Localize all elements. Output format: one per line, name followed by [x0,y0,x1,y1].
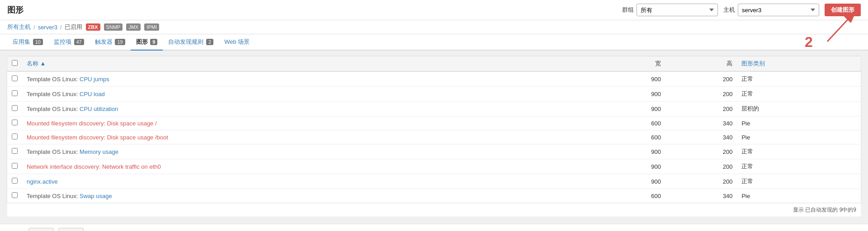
cell-type: 层积的 [737,102,861,116]
row-checkbox[interactable] [12,120,18,125]
row-checkbox[interactable] [12,148,18,154]
delete-button[interactable]: 删除 [58,228,84,231]
cell-name: Mounted filesystem discovery: Disk space… [22,116,594,130]
cell-height: 200 [665,71,737,87]
group-filter: 群组 所有 [622,4,718,16]
copy-button[interactable]: 复制 [28,228,54,231]
cell-name-link[interactable]: Disk space usage /boot [107,134,168,141]
breadcrumb-all-hosts[interactable]: 所有主机 [7,23,31,31]
cell-height: 200 [665,159,737,174]
cell-width: 900 [594,144,665,159]
bottom-bar: 0 选择 复制 删除 [0,224,868,231]
cell-name-prefix: Template OS Linux: [27,148,80,155]
cell-name-prefix: Template OS Linux: [27,193,80,199]
table-row: Template OS Linux: CPU jumps900200正常 [7,71,861,87]
cell-name: Template OS Linux: CPU utilization [22,102,594,116]
page-title: 图形 [7,5,24,15]
cell-height: 200 [665,144,737,159]
table-row: Mounted filesystem discovery: Disk space… [7,130,861,144]
cell-name-prefix: Template OS Linux: [27,106,80,112]
tab-applications[interactable]: 应用集 10 [7,34,48,51]
select-all-checkbox[interactable] [12,60,18,66]
cell-height: 200 [665,102,737,116]
cell-width: 900 [594,174,665,189]
cell-name-prefix: Template OS Linux: [27,76,80,83]
row-checkbox[interactable] [12,163,18,169]
cell-name-link[interactable]: CPU utilization [80,106,118,112]
cell-name-link[interactable]: nginx.active [27,178,58,185]
graphs-table: 名称 ▲ 宽 高 图形类别 Template OS Linux: CPU jum… [7,56,861,203]
group-label: 群组 [622,6,634,14]
row-checkbox[interactable] [12,75,18,81]
tab-badge-snmp[interactable]: SNMP [104,23,123,31]
cell-name-link[interactable]: Network traffic on eth0 [102,163,161,170]
cell-name: Template OS Linux: Memory usage [22,144,594,159]
cell-name-prefix: Network interface discovery: [27,163,102,170]
cell-name-link[interactable]: CPU jumps [80,76,109,83]
cell-type: Pie [737,116,861,130]
cell-width: 600 [594,116,665,130]
top-right-controls: 群组 所有 主机 server3 创建图形 [622,4,861,16]
cell-height: 200 [665,87,737,102]
cell-name-link[interactable]: CPU load [80,91,105,97]
cell-height: 340 [665,116,737,130]
table-row: Network interface discovery: Network tra… [7,159,861,174]
tab-badge-zbx[interactable]: ZBX [86,23,100,31]
cell-width: 900 [594,71,665,87]
table-row: Template OS Linux: Swap usage600340Pie [7,189,861,203]
row-checkbox[interactable] [12,134,18,139]
tab-discovery[interactable]: 自动发现规则 2 [163,34,219,51]
tab-web[interactable]: Web 场景 [219,34,255,51]
table-row: Mounted filesystem discovery: Disk space… [7,116,861,130]
cell-type: 正常 [737,159,861,174]
host-select[interactable]: server3 [738,4,819,16]
cell-name-link[interactable]: Swap usage [80,193,112,199]
cell-name: nginx.active [22,174,594,189]
cell-type: Pie [737,130,861,144]
cell-type: Pie [737,189,861,203]
tab-monitoring[interactable]: 监控项 47 [48,34,90,51]
cell-name: Template OS Linux: CPU jumps [22,71,594,87]
cell-name-link[interactable]: Disk space usage / [107,120,157,127]
col-height: 高 [665,56,737,72]
main-content: 名称 ▲ 宽 高 图形类别 Template OS Linux: CPU jum… [0,51,868,222]
col-width: 宽 [594,56,665,72]
cell-type: 正常 [737,174,861,189]
tab-triggers[interactable]: 触发器 19 [90,34,131,51]
tab-badge-ipmi[interactable]: IPMI [144,23,159,31]
tab-badge-jmx[interactable]: JMX [126,23,141,31]
cell-height: 340 [665,189,737,203]
table-row: Template OS Linux: CPU load900200正常 [7,87,861,102]
table-row: nginx.active900200正常 [7,174,861,189]
cell-name-prefix: Template OS Linux: [27,91,80,97]
breadcrumb-server[interactable]: server3 [38,24,57,31]
group-select[interactable]: 所有 [637,4,718,16]
cell-name: Template OS Linux: Swap usage [22,189,594,203]
cell-name-prefix: Mounted filesystem discovery: [27,134,107,141]
cell-width: 600 [594,189,665,203]
tab-graphs[interactable]: 图形 9 [131,34,163,51]
cell-name: Network interface discovery: Network tra… [22,159,594,174]
host-filter: 主机 server3 [723,4,819,16]
nav-tabs: 应用集 10 监控项 47 触发器 19 图形 9 自动发现规则 2 Web 场… [0,34,868,51]
row-checkbox[interactable] [12,192,18,198]
row-checkbox[interactable] [12,90,18,96]
cell-name: Mounted filesystem discovery: Disk space… [22,130,594,144]
host-label: 主机 [723,6,735,14]
table-footer: 显示 已自动发现的 9中的9 [7,203,861,217]
col-type[interactable]: 图形类别 [737,56,861,72]
cell-width: 900 [594,159,665,174]
cell-name-link[interactable]: Memory usage [80,148,118,155]
cell-type: 正常 [737,144,861,159]
table-row: Template OS Linux: CPU utilization900200… [7,102,861,116]
col-checkbox [7,56,22,72]
row-checkbox[interactable] [12,105,18,111]
cell-height: 340 [665,130,737,144]
breadcrumb-enabled: 已启用 [65,23,82,31]
row-checkbox[interactable] [12,178,18,184]
cell-name-prefix: Mounted filesystem discovery: [27,120,107,127]
cell-type: 正常 [737,71,861,87]
table-row: Template OS Linux: Memory usage900200正常 [7,144,861,159]
create-graph-button[interactable]: 创建图形 [825,4,861,16]
col-name[interactable]: 名称 ▲ [22,56,594,72]
